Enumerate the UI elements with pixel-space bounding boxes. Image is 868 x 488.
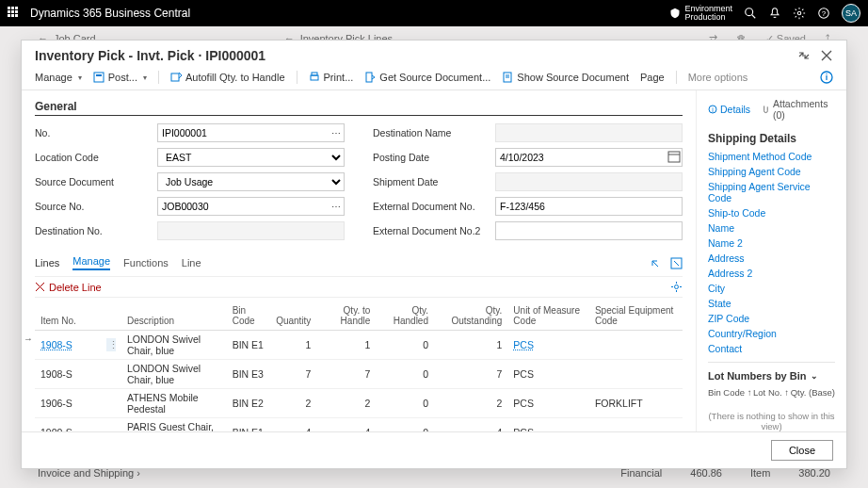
svg-rect-7 <box>96 74 102 76</box>
calendar-icon[interactable] <box>667 150 681 163</box>
app-topbar: Dynamics 365 Business Central Environmen… <box>0 0 868 26</box>
svg-rect-10 <box>312 73 317 75</box>
page-menu[interactable]: Page <box>640 72 665 83</box>
posting-field[interactable] <box>495 148 683 167</box>
background-footer: Invoice and Shipping › Financial 460.86 … <box>38 467 830 488</box>
general-section-title: General <box>35 100 683 116</box>
lot-col-bincode[interactable]: Bin Code ↑ <box>708 387 751 398</box>
close-icon[interactable] <box>820 49 833 62</box>
factbox-pane: iDetails Attachments (0) Shipping Detail… <box>696 90 846 431</box>
shipping-field-link[interactable]: State <box>708 298 835 309</box>
app-title: Dynamics 365 Business Central <box>30 7 190 20</box>
svg-text:i: i <box>826 73 828 82</box>
shipping-field-link[interactable]: Shipping Agent Code <box>708 166 835 177</box>
svg-line-1 <box>752 15 756 19</box>
row-indicator-icon: → <box>24 333 33 344</box>
no-field[interactable] <box>157 123 345 142</box>
svg-point-3 <box>797 11 801 15</box>
sourceno-lookup-icon[interactable]: ⋯ <box>328 197 345 216</box>
table-row[interactable]: →1908-S⋮LONDON Swivel Chair, blueBIN E11… <box>35 331 683 360</box>
table-row[interactable]: 1908-SLONDON Swivel Chair, blueBIN E3770… <box>35 360 683 389</box>
sourcedoc-field[interactable]: Job Usage <box>157 172 345 191</box>
table-row[interactable]: 1900-SPARIS Guest Chair, blackBIN E14404… <box>35 418 683 432</box>
bg-invoice-shipping[interactable]: Invoice and Shipping › <box>38 467 140 488</box>
modal-title: Inventory Pick - Invt. Pick · IPI000001 <box>35 48 797 63</box>
lot-numbers-title[interactable]: Lot Numbers by Bin⌄ <box>708 370 835 382</box>
shipping-field-link[interactable]: Country/Region <box>708 328 835 339</box>
table-row[interactable]: 1906-SATHENS Mobile PedestalBIN E22202PC… <box>35 389 683 418</box>
shipping-field-link[interactable]: Ship-to Code <box>708 207 835 219</box>
shipping-field-link[interactable]: ZIP Code <box>708 313 835 324</box>
lines-expand-icon[interactable] <box>670 257 683 269</box>
lines-share-icon[interactable] <box>649 257 661 269</box>
modal-main: General No.⋯ Location CodeEAST Source Do… <box>22 90 696 431</box>
shipping-field-link[interactable]: Contact <box>708 343 835 354</box>
attachments-tab[interactable]: Attachments (0) <box>762 98 835 121</box>
location-field[interactable]: EAST <box>157 148 345 167</box>
lines-tab-manage[interactable]: Manage <box>72 255 110 270</box>
user-avatar[interactable]: SA <box>842 4 860 23</box>
environment-indicator[interactable]: EnvironmentProduction <box>669 5 732 22</box>
svg-rect-8 <box>171 73 179 81</box>
gear-icon[interactable] <box>793 7 806 20</box>
item-no-link[interactable]: 1908-S <box>40 339 72 350</box>
showsource-button[interactable]: Show Source Document <box>502 72 629 83</box>
svg-rect-17 <box>668 152 680 162</box>
info-icon[interactable]: i <box>820 71 833 84</box>
expand-icon[interactable] <box>797 49 811 62</box>
bell-icon[interactable] <box>768 7 781 20</box>
lines-settings-icon[interactable] <box>670 281 683 293</box>
print-button[interactable]: Print... <box>309 72 354 83</box>
shipping-field-link[interactable]: Name 2 <box>708 237 835 249</box>
env-name: Production <box>684 13 732 22</box>
post-button[interactable]: Post... <box>93 72 147 83</box>
shipdate-field <box>495 172 683 191</box>
svg-point-0 <box>746 8 753 16</box>
getsource-button[interactable]: Get Source Document... <box>364 72 490 83</box>
lines-tab-functions[interactable]: Functions <box>123 257 169 268</box>
row-menu-icon[interactable]: ⋮ <box>106 338 116 351</box>
svg-text:i: i <box>712 106 714 113</box>
sourceno-field[interactable] <box>157 197 345 216</box>
shipping-field-link[interactable]: Shipping Agent Service Code <box>708 181 835 203</box>
shipping-field-link[interactable]: Address <box>708 252 835 264</box>
close-button[interactable]: Close <box>771 440 833 461</box>
destname-field <box>495 123 683 142</box>
no-lookup-icon[interactable]: ⋯ <box>328 123 345 142</box>
autofill-button[interactable]: Autofill Qty. to Handle <box>170 72 285 83</box>
modal-toolbar: Manage Post... Autofill Qty. to Handle P… <box>22 67 846 90</box>
details-tab[interactable]: iDetails <box>708 98 750 121</box>
shipping-field-link[interactable]: City <box>708 283 835 294</box>
svg-rect-6 <box>94 73 104 82</box>
extdoc-field[interactable] <box>495 197 683 216</box>
delete-line-button[interactable]: Delete Line <box>35 281 102 293</box>
lines-title: Lines <box>35 257 59 268</box>
shipping-field-link[interactable]: Address 2 <box>708 268 835 279</box>
search-icon[interactable] <box>744 7 757 20</box>
lines-tab-line[interactable]: Line <box>182 257 201 268</box>
shipping-field-link[interactable]: Shipment Method Code <box>708 151 835 162</box>
uom-link[interactable]: PCS <box>513 339 534 350</box>
svg-point-20 <box>675 285 679 289</box>
lines-grid: Item No. Description Bin Code Quantity Q… <box>35 301 683 431</box>
svg-text:?: ? <box>822 9 827 18</box>
extdoc2-field[interactable] <box>495 221 683 240</box>
more-options[interactable]: More options <box>688 72 748 83</box>
help-icon[interactable]: ? <box>817 7 830 20</box>
manage-menu[interactable]: Manage <box>35 72 82 83</box>
svg-rect-11 <box>366 73 372 82</box>
inventory-pick-modal: Inventory Pick - Invt. Pick · IPI000001 … <box>21 40 847 469</box>
svg-rect-9 <box>311 75 318 80</box>
lot-col-qty[interactable]: Qty. (Base) <box>791 387 835 398</box>
shipping-details-title: Shipping Details <box>708 132 835 145</box>
lot-empty-text: (There is nothing to show in this view) <box>708 398 835 431</box>
destno-field <box>157 221 345 240</box>
lot-col-lotno[interactable]: Lot No. ↑ <box>753 387 789 398</box>
shipping-field-link[interactable]: Name <box>708 222 835 234</box>
app-launcher-icon[interactable] <box>8 7 21 20</box>
